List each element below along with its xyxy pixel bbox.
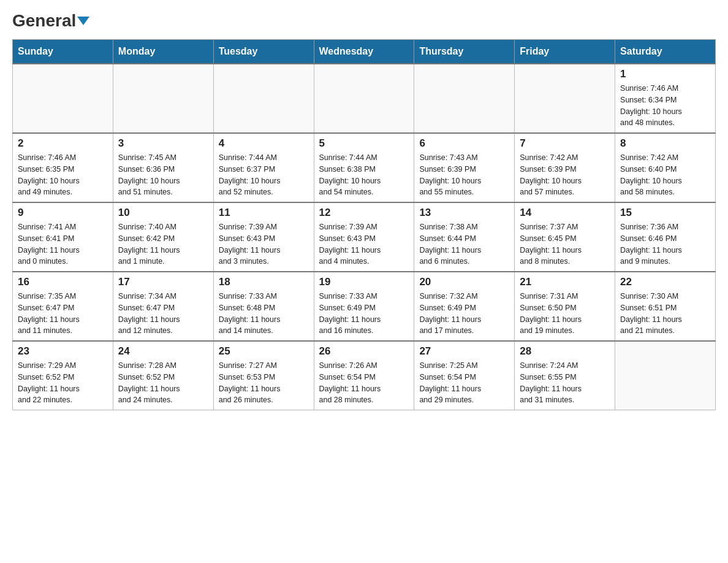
day-number: 19 bbox=[319, 276, 409, 288]
calendar-header-row: SundayMondayTuesdayWednesdayThursdayFrid… bbox=[13, 40, 716, 64]
day-info: Sunrise: 7:35 AM Sunset: 6:47 PM Dayligh… bbox=[18, 291, 108, 337]
day-info: Sunrise: 7:44 AM Sunset: 6:37 PM Dayligh… bbox=[219, 152, 309, 198]
calendar-cell: 13Sunrise: 7:38 AM Sunset: 6:44 PM Dayli… bbox=[414, 202, 515, 272]
week-row-3: 9Sunrise: 7:41 AM Sunset: 6:41 PM Daylig… bbox=[13, 202, 716, 272]
calendar-cell bbox=[113, 64, 213, 133]
day-info: Sunrise: 7:24 AM Sunset: 6:55 PM Dayligh… bbox=[520, 360, 610, 406]
day-info: Sunrise: 7:42 AM Sunset: 6:39 PM Dayligh… bbox=[520, 152, 610, 198]
day-number: 5 bbox=[319, 137, 409, 150]
calendar-cell: 18Sunrise: 7:33 AM Sunset: 6:48 PM Dayli… bbox=[213, 272, 314, 341]
week-row-4: 16Sunrise: 7:35 AM Sunset: 6:47 PM Dayli… bbox=[13, 272, 716, 341]
logo: General bbox=[12, 12, 89, 29]
column-header-tuesday: Tuesday bbox=[213, 40, 314, 64]
calendar-cell: 21Sunrise: 7:31 AM Sunset: 6:50 PM Dayli… bbox=[515, 272, 615, 341]
day-number: 2 bbox=[18, 137, 108, 150]
calendar-cell: 6Sunrise: 7:43 AM Sunset: 6:39 PM Daylig… bbox=[414, 133, 515, 202]
day-number: 22 bbox=[620, 276, 710, 288]
calendar-table: SundayMondayTuesdayWednesdayThursdayFrid… bbox=[12, 39, 716, 410]
calendar-cell: 9Sunrise: 7:41 AM Sunset: 6:41 PM Daylig… bbox=[13, 202, 113, 272]
day-info: Sunrise: 7:34 AM Sunset: 6:47 PM Dayligh… bbox=[118, 291, 208, 337]
day-info: Sunrise: 7:30 AM Sunset: 6:51 PM Dayligh… bbox=[620, 291, 710, 337]
day-info: Sunrise: 7:33 AM Sunset: 6:48 PM Dayligh… bbox=[219, 291, 309, 337]
column-header-sunday: Sunday bbox=[13, 40, 113, 64]
day-number: 17 bbox=[118, 276, 208, 288]
day-info: Sunrise: 7:42 AM Sunset: 6:40 PM Dayligh… bbox=[620, 152, 710, 198]
calendar-cell bbox=[414, 64, 515, 133]
calendar-cell: 27Sunrise: 7:25 AM Sunset: 6:54 PM Dayli… bbox=[414, 341, 515, 410]
day-number: 8 bbox=[620, 137, 710, 150]
calendar-cell: 3Sunrise: 7:45 AM Sunset: 6:36 PM Daylig… bbox=[113, 133, 213, 202]
day-number: 20 bbox=[419, 276, 509, 288]
day-info: Sunrise: 7:46 AM Sunset: 6:35 PM Dayligh… bbox=[18, 152, 108, 198]
calendar-cell: 17Sunrise: 7:34 AM Sunset: 6:47 PM Dayli… bbox=[113, 272, 213, 341]
day-info: Sunrise: 7:44 AM Sunset: 6:38 PM Dayligh… bbox=[319, 152, 409, 198]
calendar-cell: 26Sunrise: 7:26 AM Sunset: 6:54 PM Dayli… bbox=[314, 341, 414, 410]
day-info: Sunrise: 7:31 AM Sunset: 6:50 PM Dayligh… bbox=[520, 291, 610, 337]
calendar-cell: 14Sunrise: 7:37 AM Sunset: 6:45 PM Dayli… bbox=[515, 202, 615, 272]
day-number: 23 bbox=[18, 345, 108, 358]
calendar-cell: 23Sunrise: 7:29 AM Sunset: 6:52 PM Dayli… bbox=[13, 341, 113, 410]
calendar-cell bbox=[213, 64, 314, 133]
calendar-cell: 22Sunrise: 7:30 AM Sunset: 6:51 PM Dayli… bbox=[615, 272, 716, 341]
day-info: Sunrise: 7:26 AM Sunset: 6:54 PM Dayligh… bbox=[319, 360, 409, 406]
calendar-cell: 25Sunrise: 7:27 AM Sunset: 6:53 PM Dayli… bbox=[213, 341, 314, 410]
calendar-cell: 10Sunrise: 7:40 AM Sunset: 6:42 PM Dayli… bbox=[113, 202, 213, 272]
day-info: Sunrise: 7:41 AM Sunset: 6:41 PM Dayligh… bbox=[18, 221, 108, 267]
calendar-cell: 1Sunrise: 7:46 AM Sunset: 6:34 PM Daylig… bbox=[615, 64, 716, 133]
calendar-cell bbox=[13, 64, 113, 133]
day-info: Sunrise: 7:25 AM Sunset: 6:54 PM Dayligh… bbox=[419, 360, 509, 406]
calendar-cell bbox=[515, 64, 615, 133]
logo-arrow-icon bbox=[77, 17, 89, 25]
calendar-cell: 15Sunrise: 7:36 AM Sunset: 6:46 PM Dayli… bbox=[615, 202, 716, 272]
calendar-cell: 11Sunrise: 7:39 AM Sunset: 6:43 PM Dayli… bbox=[213, 202, 314, 272]
calendar-cell: 24Sunrise: 7:28 AM Sunset: 6:52 PM Dayli… bbox=[113, 341, 213, 410]
day-info: Sunrise: 7:43 AM Sunset: 6:39 PM Dayligh… bbox=[419, 152, 509, 198]
calendar-cell: 7Sunrise: 7:42 AM Sunset: 6:39 PM Daylig… bbox=[515, 133, 615, 202]
day-info: Sunrise: 7:39 AM Sunset: 6:43 PM Dayligh… bbox=[219, 221, 309, 267]
day-number: 4 bbox=[219, 137, 309, 150]
column-header-friday: Friday bbox=[515, 40, 615, 64]
day-number: 13 bbox=[419, 207, 509, 219]
day-number: 10 bbox=[118, 207, 208, 219]
calendar-cell: 19Sunrise: 7:33 AM Sunset: 6:49 PM Dayli… bbox=[314, 272, 414, 341]
day-number: 25 bbox=[219, 345, 309, 358]
day-info: Sunrise: 7:45 AM Sunset: 6:36 PM Dayligh… bbox=[118, 152, 208, 198]
calendar-cell: 5Sunrise: 7:44 AM Sunset: 6:38 PM Daylig… bbox=[314, 133, 414, 202]
calendar-cell: 4Sunrise: 7:44 AM Sunset: 6:37 PM Daylig… bbox=[213, 133, 314, 202]
day-info: Sunrise: 7:27 AM Sunset: 6:53 PM Dayligh… bbox=[219, 360, 309, 406]
day-number: 11 bbox=[219, 207, 309, 219]
calendar-cell: 12Sunrise: 7:39 AM Sunset: 6:43 PM Dayli… bbox=[314, 202, 414, 272]
day-number: 21 bbox=[520, 276, 610, 288]
day-number: 16 bbox=[18, 276, 108, 288]
week-row-2: 2Sunrise: 7:46 AM Sunset: 6:35 PM Daylig… bbox=[13, 133, 716, 202]
day-number: 18 bbox=[219, 276, 309, 288]
day-info: Sunrise: 7:39 AM Sunset: 6:43 PM Dayligh… bbox=[319, 221, 409, 267]
day-info: Sunrise: 7:40 AM Sunset: 6:42 PM Dayligh… bbox=[118, 221, 208, 267]
day-number: 27 bbox=[419, 345, 509, 358]
day-number: 15 bbox=[620, 207, 710, 219]
week-row-1: 1Sunrise: 7:46 AM Sunset: 6:34 PM Daylig… bbox=[13, 64, 716, 133]
day-number: 26 bbox=[319, 345, 409, 358]
day-info: Sunrise: 7:28 AM Sunset: 6:52 PM Dayligh… bbox=[118, 360, 208, 406]
day-info: Sunrise: 7:33 AM Sunset: 6:49 PM Dayligh… bbox=[319, 291, 409, 337]
day-number: 14 bbox=[520, 207, 610, 219]
column-header-wednesday: Wednesday bbox=[314, 40, 414, 64]
calendar-cell: 16Sunrise: 7:35 AM Sunset: 6:47 PM Dayli… bbox=[13, 272, 113, 341]
column-header-thursday: Thursday bbox=[414, 40, 515, 64]
day-number: 3 bbox=[118, 137, 208, 150]
calendar-cell: 20Sunrise: 7:32 AM Sunset: 6:49 PM Dayli… bbox=[414, 272, 515, 341]
calendar-cell: 28Sunrise: 7:24 AM Sunset: 6:55 PM Dayli… bbox=[515, 341, 615, 410]
week-row-5: 23Sunrise: 7:29 AM Sunset: 6:52 PM Dayli… bbox=[13, 341, 716, 410]
calendar-cell bbox=[314, 64, 414, 133]
day-number: 28 bbox=[520, 345, 610, 358]
calendar-cell: 8Sunrise: 7:42 AM Sunset: 6:40 PM Daylig… bbox=[615, 133, 716, 202]
column-header-monday: Monday bbox=[113, 40, 213, 64]
day-info: Sunrise: 7:29 AM Sunset: 6:52 PM Dayligh… bbox=[18, 360, 108, 406]
day-number: 6 bbox=[419, 137, 509, 150]
day-info: Sunrise: 7:36 AM Sunset: 6:46 PM Dayligh… bbox=[620, 221, 710, 267]
calendar-cell: 2Sunrise: 7:46 AM Sunset: 6:35 PM Daylig… bbox=[13, 133, 113, 202]
day-number: 9 bbox=[18, 207, 108, 219]
day-number: 24 bbox=[118, 345, 208, 358]
calendar-cell bbox=[615, 341, 716, 410]
logo-general: General bbox=[12, 12, 89, 29]
